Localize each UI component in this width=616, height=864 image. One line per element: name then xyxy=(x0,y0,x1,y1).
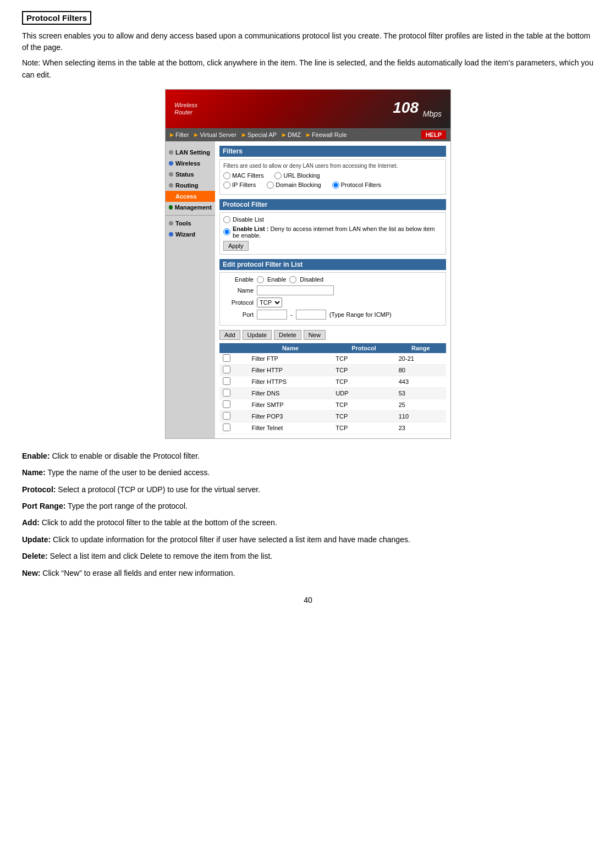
router-logo-line2: Router xyxy=(174,109,197,116)
update-button[interactable]: Update xyxy=(243,330,272,340)
cell-name-5: Filter POP3 xyxy=(249,410,333,422)
radio-enable-off[interactable] xyxy=(289,276,296,283)
col-name: Name xyxy=(249,343,333,353)
nav-dmz-label: DMZ xyxy=(288,131,301,138)
dot-lan xyxy=(169,150,173,155)
sidebar-item-routing[interactable]: Routing xyxy=(166,180,215,191)
desc-text-6: Select a list item and click Delete to r… xyxy=(50,552,273,560)
port-from-input[interactable] xyxy=(257,310,287,320)
cell-protocol-2: TCP xyxy=(332,376,395,387)
filter-ip[interactable]: IP Filters xyxy=(223,181,256,189)
radio-ip[interactable] xyxy=(223,181,230,189)
nav-firewall-rule[interactable]: ▶ Firewall Rule xyxy=(306,131,347,138)
filter-domain[interactable]: Domain Blocking xyxy=(267,181,321,189)
sidebar-item-wizard[interactable]: Wizard xyxy=(166,229,215,240)
desc-item-4: Add: Click to add the protocol filter to… xyxy=(22,516,594,529)
new-button[interactable]: New xyxy=(304,330,326,340)
filter-url[interactable]: URL Blocking xyxy=(274,172,320,179)
col-range: Range xyxy=(395,343,446,353)
sidebar-item-lan-setting[interactable]: LAN Setting xyxy=(166,147,215,158)
nav-fr-label: Firewall Rule xyxy=(312,131,347,138)
router-speed: 108 Mbps xyxy=(393,99,442,118)
sidebar-label-routing: Routing xyxy=(175,182,199,189)
pf-disable-row: Disable List xyxy=(223,216,442,223)
delete-button[interactable]: Delete xyxy=(274,330,301,340)
sidebar-label-management: Management xyxy=(175,204,212,211)
radio-url[interactable] xyxy=(274,172,282,179)
radio-enable-list[interactable] xyxy=(223,228,230,235)
dot-tools xyxy=(169,221,173,225)
sidebar-item-tools[interactable]: Tools xyxy=(166,218,215,229)
sidebar-item-wireless[interactable]: Wireless xyxy=(166,158,215,169)
row-checkbox-2[interactable] xyxy=(223,377,230,385)
desc-text-7: Click “New” to erase all fields and ente… xyxy=(42,569,235,577)
sidebar-item-status[interactable]: Status xyxy=(166,169,215,180)
sidebar-label-lan: LAN Setting xyxy=(175,149,210,156)
desc-term-2: Protocol: xyxy=(22,485,56,494)
edit-name-row: Name xyxy=(223,285,442,295)
radio-disable-list[interactable] xyxy=(223,216,230,223)
table-row[interactable]: Filter DNS UDP 53 xyxy=(219,387,446,399)
row-checkbox-3[interactable] xyxy=(223,389,230,397)
cell-range-4: 25 xyxy=(395,399,446,410)
desc-term-1: Name: xyxy=(22,468,46,477)
desc-text-3: Type the port range of the protocol. xyxy=(68,502,188,510)
table-row[interactable]: Filter HTTP TCP 80 xyxy=(219,364,446,376)
table-row[interactable]: Filter SMTP TCP 25 xyxy=(219,399,446,410)
cell-name-6: Filter Telnet xyxy=(249,422,333,433)
radio-protocol[interactable] xyxy=(332,181,339,189)
router-body: LAN Setting Wireless Status Routing Acce… xyxy=(166,141,450,438)
nav-arrow-sap: ▶ xyxy=(242,132,246,137)
nav-sap-label: Special AP xyxy=(248,131,277,138)
pf-enable-row: Enable List : Deny to access internet fr… xyxy=(223,225,442,239)
page-number: 40 xyxy=(22,596,594,604)
cell-protocol-1: TCP xyxy=(332,364,395,376)
nav-filter-label: Filter xyxy=(175,131,189,138)
nav-virtual-server[interactable]: ▶ Virtual Server xyxy=(194,131,236,138)
nav-special-ap[interactable]: ▶ Special AP xyxy=(242,131,277,138)
port-to-input[interactable] xyxy=(296,310,326,320)
add-button[interactable]: Add xyxy=(219,330,240,340)
table-row[interactable]: Filter Telnet TCP 23 xyxy=(219,422,446,433)
cell-name-1: Filter HTTP xyxy=(249,364,333,376)
cell-protocol-4: TCP xyxy=(332,399,395,410)
name-field-label: Name xyxy=(223,287,254,294)
filter-protocol[interactable]: Protocol Filters xyxy=(332,181,381,189)
help-button[interactable]: HELP xyxy=(421,130,446,139)
nav-dmz[interactable]: ▶ DMZ xyxy=(282,131,301,138)
desc-text-1: Type the name of the user to be denied a… xyxy=(47,468,210,477)
desc-term-5: Update: xyxy=(22,535,51,544)
desc-item-7: New: Click “New” to erase all fields and… xyxy=(22,567,594,579)
cell-range-1: 80 xyxy=(395,364,446,376)
row-checkbox-6[interactable] xyxy=(223,423,230,431)
filter-mac[interactable]: MAC Filters xyxy=(223,172,263,179)
row-checkbox-1[interactable] xyxy=(223,366,230,373)
sidebar-item-access[interactable]: Access xyxy=(166,191,215,202)
cell-protocol-3: UDP xyxy=(332,387,395,399)
row-checkbox-5[interactable] xyxy=(223,412,230,420)
table-row[interactable]: Filter POP3 TCP 110 xyxy=(219,410,446,422)
radio-domain[interactable] xyxy=(267,181,274,189)
name-input[interactable] xyxy=(257,285,334,295)
desc-item-5: Update: Click to update information for … xyxy=(22,533,594,546)
filters-description: Filters are used to allow or deny LAN us… xyxy=(223,163,442,169)
dot-access xyxy=(169,194,173,199)
intro-para2: Note: When selecting items in the table … xyxy=(22,57,594,81)
cell-name-0: Filter FTP xyxy=(249,353,333,365)
dot-wireless xyxy=(169,161,173,166)
apply-button[interactable]: Apply xyxy=(223,241,249,251)
desc-term-7: New: xyxy=(22,569,40,577)
sidebar-label-wizard: Wizard xyxy=(175,231,195,238)
desc-text-5: Click to update information for the prot… xyxy=(53,535,410,544)
row-checkbox-4[interactable] xyxy=(223,400,230,408)
radio-mac[interactable] xyxy=(223,172,230,179)
row-checkbox-0[interactable] xyxy=(223,354,230,362)
nav-filter[interactable]: ▶ Filter xyxy=(170,131,189,138)
filter-table-head: Name Protocol Range xyxy=(219,343,446,353)
sidebar-item-management[interactable]: Management xyxy=(166,202,215,213)
table-row[interactable]: Filter HTTPS TCP 443 xyxy=(219,376,446,387)
radio-enable-on[interactable] xyxy=(257,276,264,283)
filter-row1: MAC Filters URL Blocking xyxy=(223,172,442,179)
table-row[interactable]: Filter FTP TCP 20-21 xyxy=(219,353,446,365)
protocol-select[interactable]: TCP UDP xyxy=(257,298,282,307)
